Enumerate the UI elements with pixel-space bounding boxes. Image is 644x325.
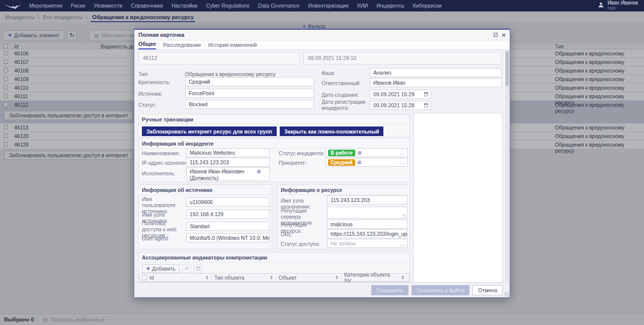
app-logo-icon	[4, 2, 22, 10]
maximize-icon[interactable]	[494, 33, 498, 37]
sort-icon[interactable]: ⇕	[335, 275, 339, 280]
registration-date-input[interactable]: 09.09.2021 15:28	[370, 101, 431, 110]
nav-item[interactable]: Инциденты	[376, 3, 404, 9]
modal-title: Полная карточка	[138, 32, 184, 38]
source-host-input[interactable]: 192.168.4.129	[186, 210, 270, 219]
status-input[interactable]: Blocked	[185, 100, 314, 109]
modal-tabs: Общее Расследование История изменений	[134, 40, 510, 50]
nav-menu: МероприятияРискиУязвимостиСправочникиНас…	[29, 3, 450, 9]
modal-header: Полная карточка ×	[134, 30, 510, 40]
avatar	[598, 1, 604, 10]
save-exit-button[interactable]: Сохранить и выйти	[412, 285, 470, 295]
url-input[interactable]: https://115.243.123.203/login_up.php?suc	[327, 229, 408, 238]
block-resource-button[interactable]: Заблокировать интернет ресурс для всех г…	[142, 126, 277, 136]
responsible-label: Ответственный:	[321, 80, 361, 86]
tab-general[interactable]: Общее	[138, 41, 156, 49]
nav-item[interactable]: Data Governance	[258, 3, 299, 9]
creation-date-input[interactable]: 09.09.2021 15:29	[370, 90, 431, 99]
calendar-icon[interactable]	[424, 103, 428, 107]
nav-item[interactable]: Мероприятия	[29, 3, 62, 9]
criticality-input[interactable]: Средний	[185, 77, 314, 86]
incident-datetime-field: 09.09.2021 15:29:10	[303, 52, 502, 64]
add-indicator-button[interactable]: + Добавить	[142, 264, 180, 273]
nav-item[interactable]: Cyber Regulations	[206, 3, 249, 9]
incident-status-field[interactable]: В работе ⊗ …	[326, 148, 408, 157]
scrollbar-thumb[interactable]	[506, 51, 509, 86]
registration-date-label: Дата регистрации инцидента:	[321, 99, 366, 111]
web-policy-input[interactable]: Standart	[186, 222, 270, 231]
user-menu[interactable]: Иван Иванов root	[598, 1, 644, 11]
lookup-button[interactable]: …	[399, 150, 405, 156]
section-title: Информация об инциденте	[139, 139, 410, 149]
top-navbar: МероприятияРискиУязвимостиСправочникиНас…	[0, 0, 644, 12]
clear-icon[interactable]: ⊗	[357, 150, 362, 156]
modal-footer: Сохранить Сохранить и выйти Отмена	[134, 282, 510, 297]
nav-item[interactable]: КИИ	[357, 3, 368, 9]
calendar-icon[interactable]	[424, 92, 428, 96]
resource-reputation-input[interactable]: malicious	[327, 220, 408, 229]
access-status-input[interactable]: Не задано …	[327, 239, 408, 248]
resize-handle[interactable]	[505, 292, 509, 297]
sender-reputation-textarea[interactable]	[327, 207, 408, 219]
sort-icon[interactable]: ⇕	[400, 275, 405, 280]
phase-input[interactable]: Анализ	[370, 68, 502, 77]
lookup-button[interactable]: …	[262, 171, 268, 178]
user-agent-input[interactable]: Mozilla/5.0 (Windows NT 10.0; Microsoft …	[186, 233, 270, 242]
name-input[interactable]: Malicious Websites	[186, 148, 270, 157]
modal-scrollbar[interactable]	[505, 50, 509, 282]
dest-ip-input[interactable]: 115.243.123.203	[186, 158, 270, 167]
user-agent-label: User agent:	[142, 235, 184, 241]
url-label: URL:	[281, 231, 293, 237]
executor-label: Исполнитель:	[142, 170, 176, 176]
creation-date-label: Дата создания:	[321, 92, 359, 98]
executor-input[interactable]: Иванов Иван Иванович (Должность) ⊗ …	[186, 167, 270, 181]
lookup-button[interactable]: …	[399, 240, 406, 248]
close-false-positive-button[interactable]: Закрыть как ложно-положительный	[280, 126, 383, 136]
source-label: Источник:	[138, 91, 163, 97]
incident-info-section: Информация об инциденте Наименование: Ma…	[138, 138, 410, 182]
resource-info-section: Информация о ресурсе Имя узла назначения…	[277, 184, 410, 249]
source-user-input[interactable]: u1109606	[186, 198, 270, 207]
nav-item[interactable]: Справочники	[131, 3, 163, 9]
incident-status-label: Статус инцидента:	[279, 150, 325, 156]
comments-panel[interactable]	[413, 113, 503, 283]
user-name: Иван Иванов	[607, 1, 638, 6]
access-status-label: Статус доступа:	[281, 241, 320, 247]
nav-item[interactable]: Уязвимости	[94, 3, 122, 9]
type-label: Тип:	[138, 71, 148, 77]
nav-item[interactable]: Инвентаризация	[308, 3, 349, 9]
tab-history[interactable]: История изменений	[208, 42, 257, 49]
type-value: Обращения к вредоносному ресурсу	[185, 71, 275, 77]
trash-icon	[197, 267, 200, 271]
delete-button[interactable]	[194, 264, 203, 273]
sort-icon[interactable]: ⇕	[269, 275, 273, 280]
manual-transactions-section: Ручные транзакции Заблокировать интернет…	[138, 114, 410, 137]
cancel-button[interactable]: Отмена	[472, 285, 503, 295]
dest-host-input[interactable]: 115.243.123.203	[327, 196, 408, 205]
nav-item[interactable]: Киберриски	[413, 3, 442, 9]
indicator-select-all-checkbox[interactable]	[142, 275, 147, 280]
lookup-button[interactable]: …	[399, 159, 405, 165]
source-input[interactable]: ForcePoint	[185, 89, 314, 98]
indicator-column-object[interactable]: Объект ⇕	[276, 274, 342, 281]
undo-button[interactable]: ↶	[182, 264, 191, 273]
indicator-column-object-type[interactable]: Тип объекта ⇕	[212, 274, 276, 281]
save-button[interactable]: Сохранить	[371, 285, 409, 295]
incident-status-badge: В работе	[328, 150, 355, 156]
phase-label: Фаза:	[321, 70, 335, 76]
clear-icon[interactable]: ⊗	[357, 160, 362, 165]
indicator-column-id[interactable]: Id ⇕	[139, 274, 212, 281]
criticality-label: Критичность:	[138, 79, 171, 85]
priority-field[interactable]: Средний ⊗ …	[326, 158, 408, 167]
nav-item[interactable]: Риски	[71, 3, 86, 9]
incident-id-field: 46112	[138, 52, 299, 64]
indicators-table-header: Id ⇕ Тип объекта ⇕ Объект ⇕ Категория об…	[139, 273, 410, 282]
indicator-column-category[interactable]: Категория объекта SV ⇕	[342, 274, 407, 281]
responsible-input[interactable]: Иванов Иван	[370, 78, 502, 87]
clear-icon[interactable]: ⊗	[257, 169, 261, 174]
priority-badge: Средний	[328, 159, 355, 166]
tab-investigation[interactable]: Расследование	[163, 42, 201, 49]
sort-icon[interactable]: ⇕	[205, 275, 209, 280]
nav-item[interactable]: Настройки	[172, 3, 198, 9]
close-icon[interactable]: ×	[502, 32, 506, 38]
